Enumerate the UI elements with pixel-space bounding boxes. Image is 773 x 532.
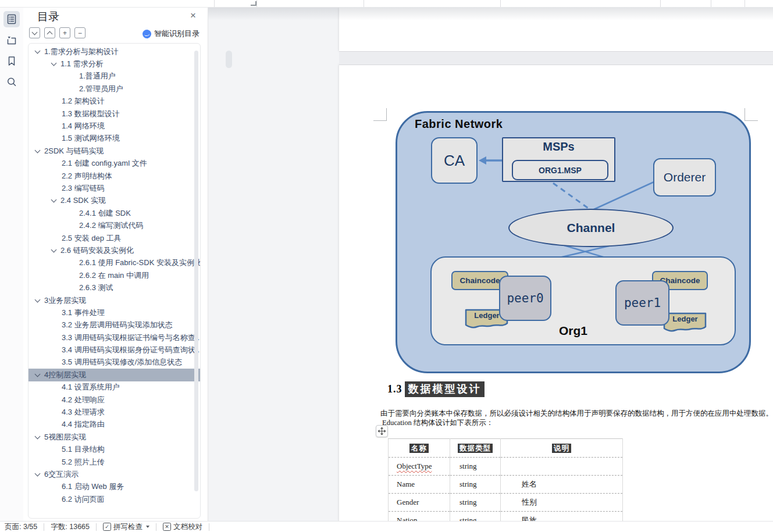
toc-item[interactable]: 1.1 需求分析 <box>29 58 200 70</box>
toc-item[interactable]: 2.1 创建 config.yaml 文件 <box>29 158 200 170</box>
chevron-down-icon[interactable] <box>35 471 41 477</box>
education-struct-table[interactable]: 名称数据类型说明 ObjectTypestringNamestring姓名Gen… <box>388 438 623 521</box>
table-cell[interactable]: 性别 <box>501 494 623 512</box>
toc-item[interactable]: 2.6.3 测试 <box>29 281 200 294</box>
toc-item[interactable]: 4控制层实现 <box>29 369 200 381</box>
expand-all-button[interactable] <box>44 27 55 38</box>
table-cell[interactable]: string <box>450 476 501 494</box>
toc-item[interactable]: 3.5 调用链码实现修改/添加信息状态 <box>29 356 200 369</box>
toc-item[interactable]: 2.3 编写链码 <box>29 182 200 194</box>
toc-item[interactable]: 2.6 链码安装及实例化 <box>29 244 200 256</box>
toc-item[interactable]: 5.2 照片上传 <box>29 456 200 468</box>
spellcheck-label: 拼写检查 <box>113 522 143 532</box>
annotation-flag-icon[interactable] <box>3 32 20 48</box>
page-3[interactable]: Fabric Network CA MSPs ORG1.MSP Orderer … <box>339 65 773 521</box>
table-cell[interactable]: Name <box>389 476 450 494</box>
toc-item[interactable]: 1.3 数据模型设计 <box>29 108 200 120</box>
table-cell[interactable]: ObjectType <box>389 458 450 476</box>
toc-item[interactable]: 1.4 网络环境 <box>29 120 200 132</box>
zoom-in-level-button[interactable]: + <box>59 27 70 38</box>
chevron-down-icon[interactable] <box>35 433 41 439</box>
top-strip-separator <box>364 0 364 7</box>
table-cell-text: Nation <box>397 516 417 521</box>
toc-item[interactable]: 3.2 业务层调用链码实现添加状态 <box>29 319 200 331</box>
spellcheck-button[interactable]: ✓ 拼写检查 <box>103 522 149 532</box>
table-cell[interactable]: Gender <box>389 494 450 512</box>
toc-item[interactable]: 1.普通用户 <box>29 70 200 83</box>
top-strip-separator <box>214 0 215 7</box>
toc-item[interactable]: 3.1 事件处理 <box>29 306 200 319</box>
toc-item-label: 4.1 设置系统用户 <box>62 382 120 392</box>
toc-scrollbar[interactable] <box>194 51 198 491</box>
table-cell[interactable] <box>501 458 623 476</box>
chevron-down-icon[interactable] <box>35 297 41 302</box>
toc-item[interactable]: 1.2 架构设计 <box>29 95 200 108</box>
proofread-button[interactable]: ✕ 文档校对 <box>163 522 202 532</box>
org1-label: Org1 <box>397 324 749 338</box>
toc-item[interactable]: 1.需求分析与架构设计 <box>29 45 200 58</box>
toc-item[interactable]: 3.3 调用链码实现根据证书编号与名称查... <box>29 331 200 344</box>
page-count-label: 页面: 3/55 <box>5 522 37 532</box>
toc-item[interactable]: 2.6.1 使用 Fabric-SDK 安装及实例化... <box>29 257 200 269</box>
zoom-out-level-button[interactable]: − <box>74 27 86 38</box>
toc-item[interactable]: 2.6.2 在 main 中调用 <box>29 269 200 281</box>
body-paragraph[interactable]: 由于需要向分类账本中保存数据，所以必须设计相关的结构体用于声明要保存的数据结构，… <box>380 409 671 427</box>
panel-drag-handle[interactable] <box>226 51 232 68</box>
toc-item[interactable]: 2.5 安装 dep 工具 <box>29 232 200 244</box>
wps-document-window: 目录 × + − 智能识别目录 1.需求分析与架构设计1.1 需求分析1.普通用… <box>0 0 773 532</box>
toc-item[interactable]: 4.4 指定路由 <box>29 419 200 431</box>
toc-item[interactable]: 3业务层实现 <box>29 294 200 306</box>
chevron-down-icon <box>146 526 149 528</box>
toc-item[interactable]: 6交互演示 <box>29 468 200 480</box>
toc-item-label: 1.需求分析与架构设计 <box>44 47 119 57</box>
toc-item[interactable]: 2.4.2 编写测试代码 <box>29 219 200 231</box>
table-cell[interactable]: string <box>450 494 501 512</box>
chevron-down-icon[interactable] <box>35 48 41 53</box>
toc-item[interactable]: 6.2 访问页面 <box>29 493 200 505</box>
word-count-label: 字数: 13665 <box>51 522 90 532</box>
table-header-cell[interactable]: 说明 <box>501 439 623 458</box>
toc-item-label: 1.1 需求分析 <box>60 59 104 69</box>
chevron-down-icon[interactable] <box>35 371 41 377</box>
toc-item[interactable]: 3.4 调用链码实现根据身份证号码查询状... <box>29 344 200 356</box>
toc-item[interactable]: 2SDK 与链码实现 <box>29 145 200 157</box>
toc-item[interactable]: 2.4.1 创建 SDK <box>29 207 200 219</box>
fabric-network-diagram[interactable]: Fabric Network CA MSPs ORG1.MSP Orderer … <box>396 111 751 373</box>
bookmark-icon[interactable] <box>3 53 20 69</box>
chevron-down-icon[interactable] <box>51 197 57 203</box>
toc-outline-icon[interactable] <box>3 11 20 27</box>
toc-item[interactable]: 5.1 目录结构 <box>29 444 200 456</box>
table-cell-text: 性别 <box>522 498 537 506</box>
smart-toc-button[interactable]: 智能识别目录 <box>143 28 200 39</box>
chevron-down-icon[interactable] <box>51 60 57 66</box>
toc-item[interactable]: 1.5 测试网络环境 <box>29 133 200 145</box>
close-icon[interactable]: × <box>190 10 196 20</box>
table-cell[interactable]: string <box>450 512 501 522</box>
toc-item[interactable]: 2.4 SDK 实现 <box>29 195 200 207</box>
toc-item[interactable]: 2.管理员用户 <box>29 83 200 95</box>
toc-item-label: 2.6.3 测试 <box>79 283 113 293</box>
table-cell[interactable]: Nation <box>389 512 450 522</box>
toc-item-label: 4.4 指定路由 <box>62 419 105 430</box>
toc-item[interactable]: 2.2 声明结构体 <box>29 170 200 182</box>
toc-item[interactable]: 4.3 处理请求 <box>29 406 200 418</box>
search-icon[interactable] <box>3 74 20 90</box>
table-cell[interactable]: string <box>450 458 501 476</box>
toc-item[interactable]: 4.1 设置系统用户 <box>29 381 200 394</box>
toc-item-label: 3业务层实现 <box>44 295 86 306</box>
margin-corner-mark-left <box>373 108 387 121</box>
toc-tree-container: 1.需求分析与架构设计1.1 需求分析1.普通用户2.管理员用户1.2 架构设计… <box>28 43 201 519</box>
chevron-down-icon[interactable] <box>35 147 41 153</box>
table-cell[interactable]: 姓名 <box>501 476 623 494</box>
toc-item[interactable]: 6.1 启动 Web 服务 <box>29 481 200 493</box>
table-cell[interactable]: 民族 <box>501 512 623 522</box>
toc-item[interactable]: 4.2 处理响应 <box>29 394 200 406</box>
page-2-bottom[interactable] <box>339 8 773 51</box>
table-move-handle[interactable] <box>376 425 388 437</box>
table-header-cell[interactable]: 数据类型 <box>450 439 501 458</box>
table-header-cell[interactable]: 名称 <box>389 439 450 458</box>
toc-item[interactable]: 5视图层实现 <box>29 431 200 443</box>
toc-item-label: 3.5 调用链码实现修改/添加信息状态 <box>62 357 182 367</box>
collapse-all-button[interactable] <box>29 27 40 38</box>
chevron-down-icon[interactable] <box>51 247 57 252</box>
